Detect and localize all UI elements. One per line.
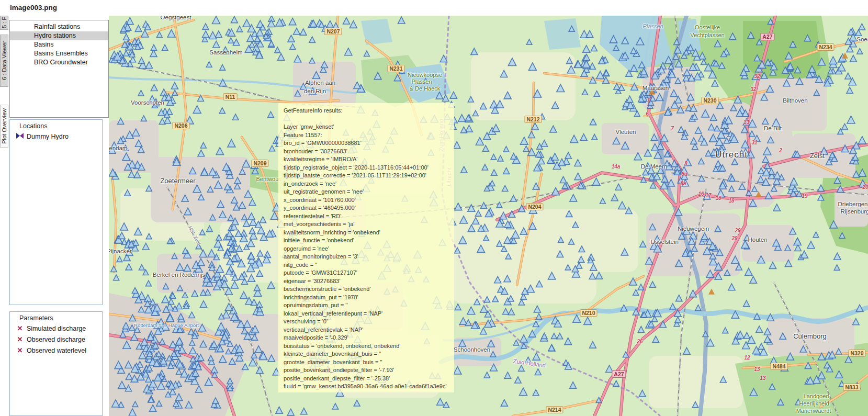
groundwater-station-marker[interactable]	[574, 160, 581, 166]
groundwater-station-marker[interactable]	[508, 309, 514, 315]
groundwater-station-marker[interactable]	[594, 91, 600, 96]
groundwater-station-marker[interactable]	[301, 408, 307, 414]
groundwater-station-marker[interactable]	[126, 264, 132, 270]
tab-data-viewer[interactable]: 6 : Data Viewer	[0, 35, 8, 87]
groundwater-station-marker[interactable]	[541, 140, 548, 147]
groundwater-station-marker[interactable]	[850, 55, 856, 62]
groundwater-station-marker[interactable]	[176, 303, 182, 309]
groundwater-station-marker[interactable]	[466, 125, 472, 132]
groundwater-station-marker[interactable]	[288, 35, 295, 42]
groundwater-station-marker[interactable]	[639, 390, 646, 397]
groundwater-station-marker[interactable]	[139, 265, 144, 270]
groundwater-station-marker[interactable]	[254, 285, 260, 291]
groundwater-station-marker[interactable]	[443, 402, 449, 408]
groundwater-station-marker[interactable]	[794, 238, 801, 245]
groundwater-station-marker[interactable]	[476, 138, 483, 145]
groundwater-station-marker[interactable]	[200, 142, 206, 148]
groundwater-station-marker[interactable]	[162, 296, 169, 302]
groundwater-station-marker[interactable]	[437, 398, 444, 405]
groundwater-station-marker[interactable]	[695, 305, 701, 311]
groundwater-station-marker[interactable]	[526, 39, 532, 44]
groundwater-station-marker[interactable]	[236, 26, 243, 32]
location-item[interactable]: Dummy Hydro	[16, 131, 102, 142]
groundwater-station-marker[interactable]	[520, 335, 527, 342]
groundwater-station-marker[interactable]	[518, 365, 525, 371]
groundwater-station-marker[interactable]	[453, 142, 460, 149]
groundwater-station-marker[interactable]	[750, 276, 757, 283]
groundwater-station-marker[interactable]	[398, 17, 405, 24]
groundwater-station-marker[interactable]	[240, 291, 247, 298]
groundwater-station-marker[interactable]	[189, 312, 195, 318]
groundwater-station-marker[interactable]	[595, 272, 602, 279]
groundwater-station-marker[interactable]	[484, 372, 490, 378]
groundwater-station-marker[interactable]	[503, 147, 509, 152]
groundwater-station-marker[interactable]	[683, 347, 690, 354]
groundwater-station-marker[interactable]	[618, 201, 626, 209]
groundwater-station-marker[interactable]	[354, 400, 360, 406]
groundwater-station-marker[interactable]	[756, 326, 763, 332]
groundwater-station-marker[interactable]	[513, 340, 518, 345]
groundwater-station-marker[interactable]	[467, 307, 475, 314]
groundwater-station-marker[interactable]	[151, 44, 156, 50]
tab-plot-overview[interactable]: Plot Overview	[0, 105, 8, 148]
groundwater-station-marker[interactable]	[343, 18, 350, 24]
groundwater-station-marker[interactable]	[551, 153, 559, 160]
groundwater-station-marker[interactable]	[557, 333, 563, 339]
groundwater-station-marker[interactable]	[535, 369, 541, 375]
groundwater-station-marker[interactable]	[294, 28, 300, 35]
groundwater-station-marker[interactable]	[215, 31, 222, 38]
groundwater-station-marker[interactable]	[182, 293, 188, 298]
groundwater-station-marker[interactable]	[228, 140, 235, 147]
groundwater-station-marker[interactable]	[480, 328, 487, 334]
groundwater-station-marker[interactable]	[841, 123, 848, 130]
groundwater-station-marker[interactable]	[269, 145, 275, 151]
groundwater-station-marker[interactable]	[498, 155, 503, 161]
groundwater-station-marker[interactable]	[649, 282, 656, 287]
groundwater-station-marker[interactable]	[256, 367, 264, 374]
groundwater-station-marker[interactable]	[209, 32, 216, 39]
groundwater-station-marker[interactable]	[570, 195, 577, 201]
groundwater-station-marker[interactable]	[231, 16, 238, 23]
groundwater-station-marker[interactable]	[459, 318, 467, 324]
groundwater-station-marker[interactable]	[855, 30, 862, 36]
groundwater-station-marker[interactable]	[502, 185, 508, 191]
groundwater-station-marker[interactable]	[450, 92, 457, 98]
groundwater-station-marker[interactable]	[533, 353, 540, 360]
groundwater-station-marker[interactable]	[117, 256, 122, 262]
groundwater-station-marker[interactable]	[570, 382, 577, 388]
groundwater-station-marker[interactable]	[482, 145, 489, 151]
groundwater-station-marker[interactable]	[592, 134, 598, 140]
groundwater-station-marker[interactable]	[570, 135, 578, 142]
groundwater-station-marker[interactable]	[232, 114, 239, 120]
groundwater-station-marker[interactable]	[638, 284, 644, 290]
groundwater-station-marker[interactable]	[111, 266, 117, 272]
groundwater-station-marker[interactable]	[442, 95, 449, 101]
groundwater-station-marker[interactable]	[591, 45, 598, 51]
groundwater-station-marker[interactable]	[267, 282, 275, 288]
groundwater-station-marker[interactable]	[123, 50, 129, 56]
groundwater-station-marker[interactable]	[503, 168, 510, 174]
groundwater-station-marker[interactable]	[586, 30, 593, 37]
groundwater-station-marker[interactable]	[138, 90, 144, 96]
groundwater-station-marker[interactable]	[583, 46, 590, 53]
groundwater-station-marker[interactable]	[501, 400, 508, 407]
groundwater-station-marker[interactable]	[743, 300, 750, 307]
groundwater-station-marker[interactable]	[168, 299, 174, 305]
groundwater-station-marker[interactable]	[142, 243, 149, 250]
groundwater-station-marker[interactable]	[199, 250, 207, 257]
groundwater-station-marker[interactable]	[723, 328, 728, 333]
groundwater-station-marker[interactable]	[228, 38, 234, 43]
groundwater-station-marker[interactable]	[538, 158, 545, 164]
groundwater-station-marker[interactable]	[300, 29, 307, 35]
groundwater-station-marker[interactable]	[345, 48, 352, 55]
groundwater-station-marker[interactable]	[202, 24, 209, 29]
groundwater-station-marker[interactable]	[219, 108, 225, 114]
groundwater-station-marker[interactable]	[151, 84, 157, 91]
groundwater-station-marker[interactable]	[167, 30, 175, 38]
groundwater-station-marker[interactable]	[613, 380, 619, 386]
groundwater-station-marker[interactable]	[573, 315, 581, 322]
groundwater-station-marker[interactable]	[216, 148, 223, 155]
groundwater-station-marker[interactable]	[515, 377, 521, 383]
groundwater-station-marker[interactable]	[455, 203, 462, 210]
layer-list-item[interactable]: BRO Groundwater	[10, 58, 108, 67]
